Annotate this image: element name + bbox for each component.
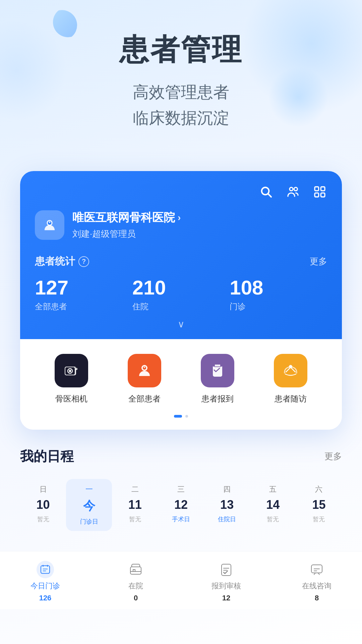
checkin-icon-wrap [201, 354, 234, 387]
action-bone-camera[interactable]: 骨医相机 [35, 354, 108, 404]
nav-checkin-icon [218, 561, 235, 578]
help-icon[interactable]: ? [78, 256, 89, 267]
schedule-title: 我的日程 [20, 447, 74, 466]
svg-point-13 [69, 370, 71, 372]
schedule-header: 我的日程 更多 [20, 447, 342, 466]
stat-total: 127 全部患者 [35, 278, 132, 312]
action-label-checkin: 患者报到 [201, 393, 234, 404]
nav-inpatient-badge: 0 [134, 594, 138, 602]
stat-inpatient: 210 住院 [132, 278, 230, 312]
svg-rect-24 [130, 567, 141, 574]
app-card: 唯医互联网骨科医院 › 刘建·超级管理员 患者统计 ? 更多 127 全部患者 … [20, 171, 342, 430]
schedule-section: 我的日程 更多 日 10 暂无 一 今 门诊日 二 11 暂无 三 12 手术日 [0, 430, 362, 551]
action-label-all-patients: 全部患者 [128, 393, 161, 404]
search-icon[interactable] [259, 184, 274, 199]
action-patient-checkin[interactable]: 患者报到 [181, 354, 254, 404]
nav-checkin-badge: 12 [222, 594, 230, 602]
nav-inpatient[interactable]: 在院 0 [90, 561, 181, 602]
svg-rect-6 [315, 193, 319, 197]
svg-rect-5 [321, 187, 325, 191]
svg-rect-20 [213, 364, 215, 367]
pagination-dots [35, 415, 327, 418]
top-icons-row [35, 184, 327, 199]
schedule-more[interactable]: 更多 [324, 450, 342, 462]
svg-rect-4 [315, 187, 319, 191]
nav-inpatient-icon [127, 561, 144, 578]
dot-1 [185, 415, 188, 418]
nav-consult-badge: 8 [315, 594, 319, 602]
all-patients-icon-wrap [128, 354, 161, 387]
stats-more[interactable]: 更多 [310, 256, 327, 267]
svg-point-3 [294, 187, 297, 191]
hospital-info: 唯医互联网骨科医院 › 刘建·超级管理员 [35, 210, 327, 240]
svg-rect-19 [214, 366, 221, 367]
cal-day-fri[interactable]: 五 14 暂无 [250, 479, 296, 531]
stats-title: 患者统计 ? [35, 255, 89, 268]
nav-inpatient-label: 在院 [128, 581, 143, 591]
nav-checkin-label: 报到审核 [212, 581, 241, 591]
cal-day-sat[interactable]: 六 15 暂无 [296, 479, 342, 531]
card-bottom: 骨医相机 全部患者 [20, 339, 342, 430]
hospital-name[interactable]: 唯医互联网骨科医院 › [72, 210, 181, 225]
action-label-bone-camera: 骨医相机 [55, 393, 87, 404]
svg-rect-15 [75, 367, 77, 368]
nav-consult-icon [308, 561, 325, 578]
nav-checkin-review[interactable]: 报到审核 12 [181, 561, 272, 602]
stats-numbers: 127 全部患者 210 住院 108 门诊 [35, 278, 327, 312]
svg-point-22 [289, 365, 292, 368]
followup-icon-wrap [274, 354, 307, 387]
grid-icon[interactable] [312, 184, 327, 199]
hospital-text: 唯医互联网骨科医院 › 刘建·超级管理员 [72, 210, 181, 240]
nav-outpatient[interactable]: 今日门诊 126 [0, 561, 90, 602]
nav-online-consult[interactable]: 在线咨询 8 [272, 561, 362, 602]
bottom-nav: 今日门诊 126 在院 0 报到审核 12 [0, 551, 362, 609]
action-label-followup: 患者随访 [275, 393, 307, 404]
nav-consult-label: 在线咨询 [302, 581, 331, 591]
stats-header: 患者统计 ? 更多 [35, 255, 327, 268]
cal-day-mon-today[interactable]: 一 今 门诊日 [66, 479, 112, 531]
hospital-avatar[interactable] [35, 210, 64, 240]
chevron-down-icon: ∨ [178, 319, 185, 329]
action-all-patients[interactable]: 全部患者 [108, 354, 181, 404]
svg-line-1 [268, 194, 271, 197]
bone-camera-icon-wrap [55, 354, 88, 387]
nav-outpatient-label: 今日门诊 [31, 581, 60, 591]
nav-outpatient-icon [37, 561, 54, 578]
svg-rect-7 [321, 193, 325, 197]
svg-rect-21 [220, 364, 222, 367]
svg-rect-23 [41, 566, 50, 574]
hospital-subtitle: 刘建·超级管理员 [72, 228, 181, 240]
expand-row[interactable]: ∨ [35, 312, 327, 339]
contacts-icon[interactable] [286, 184, 300, 199]
cal-day-wed[interactable]: 三 12 手术日 [158, 479, 204, 531]
svg-point-2 [290, 187, 293, 191]
cal-day-sun[interactable]: 日 10 暂无 [20, 479, 66, 531]
hospital-chevron: › [178, 212, 181, 223]
dot-active [174, 415, 182, 418]
header-section: 患者管理 高效管理患者 临床数据沉淀 [0, 0, 362, 151]
card-top: 唯医互联网骨科医院 › 刘建·超级管理员 患者统计 ? 更多 127 全部患者 … [20, 171, 342, 339]
action-patient-followup[interactable]: 患者随访 [254, 354, 327, 404]
cal-day-thu[interactable]: 四 13 住院日 [204, 479, 250, 531]
subtitle: 高效管理患者 临床数据沉淀 [20, 79, 342, 131]
stat-outpatient: 108 门诊 [230, 278, 327, 312]
main-title: 患者管理 [20, 34, 342, 66]
quick-actions: 骨医相机 全部患者 [35, 354, 327, 404]
nav-outpatient-badge: 126 [39, 594, 52, 602]
cal-day-tue[interactable]: 二 11 暂无 [112, 479, 158, 531]
calendar-row: 日 10 暂无 一 今 门诊日 二 11 暂无 三 12 手术日 四 13 住院… [20, 479, 342, 531]
